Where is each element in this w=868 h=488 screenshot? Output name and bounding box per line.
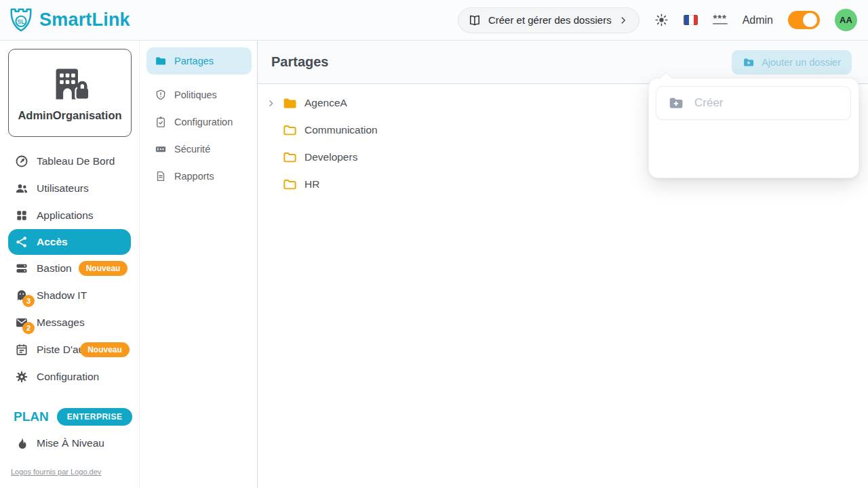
- folder-outline-icon: [282, 123, 298, 138]
- admin-mode-toggle[interactable]: [788, 11, 820, 29]
- nouveau-badge: Nouveau: [80, 342, 130, 357]
- subnav-item-label: Sécurité: [174, 144, 210, 155]
- organisation-card[interactable]: AdminOrganisation: [8, 49, 132, 137]
- subnav-item-partages[interactable]: Partages: [146, 47, 252, 75]
- folder-name: Developers: [304, 151, 357, 163]
- logo-credit-link[interactable]: Logos fournis par Logo.dev: [11, 468, 101, 476]
- brand-logo[interactable]: SL SmartLink: [8, 6, 130, 35]
- sidebar-item-users[interactable]: Utilisateurs: [0, 175, 139, 202]
- organisation-name: AdminOrganisation: [18, 109, 121, 122]
- folder-name: Communication: [304, 124, 378, 136]
- subnav-item-label: Configuration: [174, 117, 233, 127]
- add-folder-popup: Créer: [648, 78, 859, 178]
- add-folder-button-label: Ajouter un dossier: [762, 57, 841, 68]
- mail-icon: 2: [15, 316, 28, 329]
- sidebar-item-label: Tableau De Bord: [37, 155, 115, 167]
- sidebar-item-applications[interactable]: Applications: [0, 202, 139, 229]
- more-menu-icon[interactable]: ***: [713, 16, 728, 24]
- brand-name: SmartLink: [39, 9, 130, 30]
- clipboard-check-icon: [155, 116, 167, 128]
- subnav-item-label: Politiques: [174, 89, 217, 100]
- primary-sidebar: AdminOrganisation Tableau De Bord: [0, 41, 140, 488]
- sidebar-nav: Tableau De Bord Utilisateurs Applica: [0, 148, 139, 390]
- admin-label: Admin: [743, 14, 773, 26]
- organisation-building-lock-icon: [49, 64, 91, 104]
- popup-create-item[interactable]: Créer: [656, 86, 851, 120]
- secondary-sidebar: Partages Politiques Configurat: [140, 41, 258, 488]
- sidebar-item-label: Shadow IT: [37, 289, 87, 302]
- folder-outline-icon: [282, 177, 298, 192]
- messages-count-badge: 2: [22, 322, 35, 334]
- sidebar-item-label: Messages: [37, 317, 85, 329]
- gauge-icon: [15, 155, 28, 168]
- subnav-item-rapports[interactable]: Rapports: [140, 163, 257, 190]
- shadow-it-count-badge: 3: [22, 295, 35, 307]
- gear-icon: [15, 370, 28, 384]
- folder-name: AgenceA: [304, 97, 347, 109]
- subnav-item-label: Partages: [174, 56, 214, 66]
- add-folder-button[interactable]: Ajouter un dossier: [732, 50, 852, 75]
- sidebar-item-bastion[interactable]: Bastion Nouveau: [0, 255, 139, 282]
- folder-plus-gray-icon: [668, 95, 684, 111]
- sidebar-item-label: Utilisateurs: [37, 182, 89, 195]
- sidebar-item-label: Applications: [37, 209, 94, 222]
- sidebar-item-shadow-it[interactable]: 3 Shadow IT: [0, 282, 139, 309]
- book-icon: [468, 14, 481, 27]
- page-title: Partages: [271, 54, 329, 70]
- guide-button-label: Créer et gérer des dossiers: [488, 14, 612, 26]
- toggle-knob: [803, 13, 817, 27]
- chevron-right-icon: [618, 16, 628, 25]
- theme-sun-icon[interactable]: [654, 13, 669, 27]
- server-icon: [15, 262, 28, 275]
- sidebar-item-audit-trail[interactable]: Piste D'au Nouveau: [0, 336, 139, 363]
- sidebar-item-label: Bastion: [37, 262, 72, 274]
- sidebar-item-label: Accès: [37, 236, 68, 248]
- popup-create-label: Créer: [694, 96, 724, 110]
- plan-label: PLAN: [14, 409, 49, 424]
- share-icon: [15, 235, 28, 249]
- upgrade-label: Mise À Niveau: [37, 437, 104, 449]
- shield-alert-icon: [155, 89, 167, 101]
- sidebar-item-messages[interactable]: 2 Messages: [0, 309, 139, 336]
- sidebar-item-label: Configuration: [37, 371, 99, 383]
- subnav-item-configuration[interactable]: Configuration: [140, 108, 257, 136]
- guide-button[interactable]: Créer et gérer des dossiers: [458, 7, 639, 33]
- upgrade-button[interactable]: Mise À Niveau: [15, 436, 104, 449]
- folder-plus-icon: [743, 56, 755, 68]
- password-field-icon: [155, 143, 167, 155]
- sidebar-item-configuration[interactable]: Configuration: [0, 363, 139, 390]
- sidebar-item-label: Piste D'au: [37, 344, 84, 356]
- document-icon: [155, 170, 167, 182]
- expand-chevron-icon[interactable]: [267, 99, 275, 108]
- top-bar: SL SmartLink Créer et gérer des dossiers: [0, 0, 868, 41]
- subnav-item-label: Rapports: [174, 171, 214, 182]
- sidebar-item-dashboard[interactable]: Tableau De Bord: [0, 148, 139, 175]
- plan-row: PLAN ENTERPRISE: [14, 408, 132, 426]
- plan-tier-badge: ENTERPRISE: [57, 408, 133, 426]
- flame-icon: [15, 436, 28, 449]
- users-icon: [15, 182, 28, 195]
- user-avatar[interactable]: AA: [835, 9, 857, 31]
- ghost-icon: 3: [15, 289, 28, 302]
- folder-name: HR: [304, 178, 319, 190]
- subnav-item-politiques[interactable]: Politiques: [140, 81, 257, 108]
- smartlink-shield-icon: SL: [8, 6, 34, 35]
- folder-icon: [155, 55, 167, 67]
- apps-grid-icon: [15, 209, 28, 222]
- language-flag-fr-icon[interactable]: [684, 15, 698, 25]
- audit-calendar-icon: [15, 343, 28, 357]
- nouveau-badge: Nouveau: [79, 261, 128, 276]
- svg-text:SL: SL: [18, 18, 25, 24]
- folder-filled-icon: [282, 96, 298, 111]
- sidebar-item-access[interactable]: Accès: [8, 229, 131, 255]
- subnav-item-securite[interactable]: Sécurité: [140, 136, 257, 163]
- folder-outline-icon: [282, 150, 298, 165]
